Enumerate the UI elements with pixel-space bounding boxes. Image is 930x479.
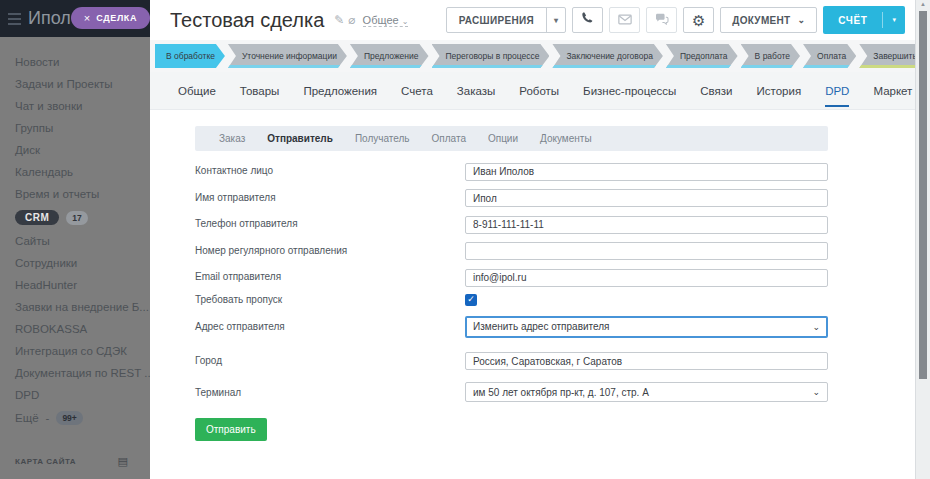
terminal-select[interactable]: им 50 лет октября пр-кт, д. 107, стр. А⌄ <box>465 382 828 402</box>
chevron-down-icon: ⌄ <box>812 322 820 332</box>
sender-address-select-value: Изменить адрес отправителя <box>473 321 610 332</box>
deal-category-link[interactable]: Общее⌄ <box>363 14 409 27</box>
sidebar-item-headhunter[interactable]: HeadHunter <box>0 274 150 296</box>
tab-invoices[interactable]: Счета <box>401 74 433 107</box>
sender-phone-label: Телефон отправителя <box>195 218 465 229</box>
tab-products[interactable]: Товары <box>240 74 280 107</box>
document-button[interactable]: ДОКУМЕНТ ⌄ <box>720 7 817 33</box>
stage-prepayment[interactable]: Предоплата <box>666 44 738 68</box>
sidebar-item-cdek-integration[interactable]: Интеграция со СДЭК <box>0 340 150 362</box>
stage-in-processing[interactable]: В обработке <box>155 44 225 68</box>
sidebar-item-sites[interactable]: Сайты <box>0 230 150 252</box>
sidebar-item-tasks[interactable]: Задачи и Проекты <box>0 73 150 95</box>
sidebar-item-dpd[interactable]: DPD <box>0 384 150 406</box>
sidebar-item-label: Время и отчеты <box>15 188 99 200</box>
form-row-contact-person: Контактное лицо <box>195 161 828 181</box>
subtab-payment[interactable]: Оплата <box>432 133 466 144</box>
city-label: Город <box>195 355 465 366</box>
sidebar-item-robokassa[interactable]: ROBOKASSA <box>0 318 150 340</box>
edit-title-pencil-icon[interactable]: ✎ <box>334 13 344 27</box>
require-pass-checkbox[interactable]: ✓ <box>465 294 477 306</box>
regular-shipment-number-input[interactable] <box>465 242 828 260</box>
form-row-sender-name: Имя отправителя <box>195 188 828 208</box>
subtab-options[interactable]: Опции <box>488 133 518 144</box>
sidebar-item-label: Календарь <box>15 166 73 178</box>
sender-email-input[interactable] <box>465 269 828 287</box>
subtab-sender[interactable]: Отправитель <box>267 133 333 144</box>
tab-general[interactable]: Общие <box>178 74 216 107</box>
sidebar-item-rest-docs[interactable]: Документация по REST ... <box>0 362 150 384</box>
main-panel: Тестовая сделка ✎ ⌀ Общее⌄ РАСШИРЕНИЯ ▾ <box>150 0 915 479</box>
sitemap-label[interactable]: КАРТА САЙТА <box>15 457 76 466</box>
contact-person-label: Контактное лицо <box>195 165 465 176</box>
link-icon[interactable]: ⌀ <box>348 13 355 27</box>
sidebar-item-label: Документация по REST ... <box>15 367 150 379</box>
scrollbar-thumb[interactable] <box>919 11 927 379</box>
call-button[interactable] <box>572 7 603 33</box>
hamburger-menu-icon[interactable] <box>8 13 21 25</box>
sender-phone-input[interactable] <box>465 216 828 234</box>
sidebar-item-time-reports[interactable]: Время и отчеты <box>0 183 150 205</box>
sidebar-item-disk[interactable]: Диск <box>0 139 150 161</box>
chat-button[interactable] <box>646 7 677 33</box>
sidebar-item-label: Заявки на внедрение Б... <box>15 301 149 313</box>
subtab-order[interactable]: Заказ <box>219 133 245 144</box>
form-row-regular-shipment-number: Номер регулярного отправления <box>195 241 828 261</box>
counter-badge: 17 <box>66 211 87 225</box>
tab-history[interactable]: История <box>757 74 802 107</box>
settings-button[interactable]: ⚙ <box>683 7 714 33</box>
sidebar-item-calendar[interactable]: Календарь <box>0 161 150 183</box>
sender-address-select[interactable]: Изменить адрес отправителя⌄ <box>465 316 828 338</box>
stage-contract-signing[interactable]: Заключение договора <box>552 44 662 68</box>
sender-name-input[interactable] <box>465 189 828 207</box>
tab-orders[interactable]: Заказы <box>457 74 495 107</box>
contact-person-input[interactable] <box>465 163 828 181</box>
sidebar-item-label: Сотрудники <box>15 257 77 269</box>
stage-payment[interactable]: Оплата <box>803 44 856 68</box>
sidebar-item-label: Диск <box>15 144 40 156</box>
tab-market[interactable]: Маркет <box>873 74 912 107</box>
close-icon[interactable]: × <box>84 13 90 24</box>
tab-robots[interactable]: Роботы <box>519 74 559 107</box>
sidebar-nav: НовостиЗадачи и ПроектыЧат и звонкиГрупп… <box>0 37 150 448</box>
submit-button[interactable]: Отправить <box>195 418 267 441</box>
deal-slider-label: СДЕЛКА <box>96 13 137 23</box>
counter-badge: 99+ <box>56 411 82 425</box>
stage-negotiations[interactable]: Переговоры в процессе <box>432 44 550 68</box>
sitemap-widget-icon[interactable]: ▤ <box>118 456 128 467</box>
sidebar-item-label: Интеграция со СДЭК <box>15 345 127 357</box>
city-control <box>465 351 828 371</box>
check-icon: ✓ <box>467 295 475 304</box>
regular-shipment-number-control <box>465 241 828 261</box>
titlebar-actions: РАСШИРЕНИЯ ▾ <box>446 6 905 34</box>
sidebar-item-implementation-requests[interactable]: Заявки на внедрение Б... <box>0 296 150 318</box>
form-row-sender-address: Адрес отправителяИзменить адрес отправит… <box>195 316 828 338</box>
tab-business-processes[interactable]: Бизнес-процессы <box>583 74 676 107</box>
extensions-caret-icon[interactable]: ▾ <box>546 8 565 32</box>
tab-dpd[interactable]: DPD <box>825 74 849 107</box>
deal-slider-pill[interactable]: × СДЕЛКА <box>71 7 150 29</box>
stage-in-progress[interactable]: В работе <box>741 44 800 68</box>
scroll-up-arrow-icon[interactable]: ▲ <box>916 1 930 7</box>
invoice-split-button: СЧЁТ ▾ <box>823 6 905 34</box>
sidebar-item-news[interactable]: Новости <box>0 51 150 73</box>
sidebar-item-employees[interactable]: Сотрудники <box>0 252 150 274</box>
sidebar-item-more[interactable]: Ещё-99+ <box>0 406 150 430</box>
sidebar-item-chat[interactable]: Чат и звонки <box>0 95 150 117</box>
subtab-documents[interactable]: Документы <box>540 133 592 144</box>
invoice-caret-icon[interactable]: ▾ <box>882 12 905 28</box>
tab-links[interactable]: Связи <box>700 74 732 107</box>
stage-clarify-info[interactable]: Уточнение информации <box>228 44 347 68</box>
subtab-receiver[interactable]: Получатель <box>355 133 410 144</box>
stage-proposal[interactable]: Предложение <box>350 44 429 68</box>
sidebar-item-groups[interactable]: Группы <box>0 117 150 139</box>
email-button[interactable] <box>609 7 640 33</box>
phone-icon <box>581 11 595 29</box>
tab-quotes[interactable]: Предложения <box>303 74 377 107</box>
extensions-button[interactable]: РАСШИРЕНИЯ <box>447 15 546 26</box>
stage-close-deal[interactable]: Завершить сделку <box>859 44 915 68</box>
sidebar-item-crm[interactable]: CRM17 <box>0 205 150 230</box>
city-input[interactable] <box>465 352 828 370</box>
extensions-split-button: РАСШИРЕНИЯ ▾ <box>446 7 567 33</box>
invoice-button[interactable]: СЧЁТ <box>823 15 882 26</box>
